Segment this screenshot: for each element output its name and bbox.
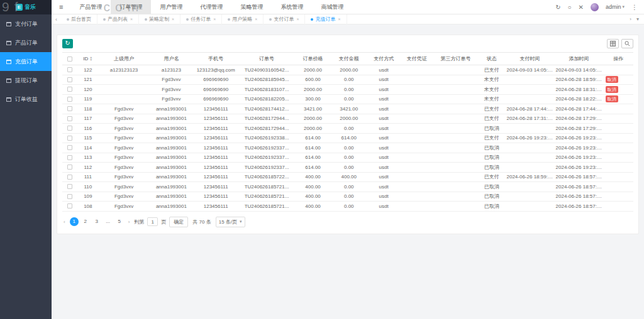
nav-item[interactable]: 代理管理 (191, 0, 231, 14)
cell-proof (400, 133, 433, 143)
row-checkbox[interactable] (67, 145, 72, 150)
nav-item[interactable]: 策略管理 (231, 0, 272, 14)
select-all-checkbox[interactable] (67, 57, 72, 62)
sidebar-item[interactable]: 产品订单 (0, 33, 52, 52)
cancel-order-button[interactable]: 取消 (606, 95, 618, 102)
close-icon[interactable]: × (296, 17, 299, 21)
avatar[interactable] (591, 3, 599, 11)
row-checkbox[interactable] (67, 165, 72, 170)
table-toolbar: ↻ (62, 39, 633, 48)
row-checkbox[interactable] (67, 194, 72, 199)
cell-phone: 123456111 (194, 153, 238, 163)
nav-item[interactable]: 订单管理 (111, 0, 151, 14)
cell-username: anna1993001 (149, 114, 194, 124)
row-checkbox[interactable] (67, 67, 72, 72)
tab-item[interactable]: 策略定制× (139, 14, 180, 24)
row-checkbox[interactable] (67, 106, 72, 111)
table-row: 117Fgd3vxvanna1993001123456111TU24062817… (62, 114, 633, 124)
close-icon[interactable]: × (130, 17, 133, 21)
nav-item[interactable]: 用户管理 (151, 0, 191, 14)
tabs-menu-icon[interactable]: ▾ (636, 16, 639, 22)
tab-item[interactable]: 用户策略× (222, 14, 264, 24)
cell-username: anna1993001 (149, 202, 194, 212)
nav-item[interactable]: 商城管理 (312, 0, 352, 14)
cell-method: usdt (367, 75, 401, 85)
cell-add-time: 2024-06-26 19:23:37 (555, 163, 604, 173)
per-page-select[interactable]: 15 条/页 ▾ (216, 217, 245, 227)
tab-item[interactable]: 后台首页 (61, 14, 97, 24)
cell-status: 未支付 (478, 94, 506, 104)
cell-pay-time: 2024-06-26 19:23:42 (506, 133, 555, 143)
row-checkbox[interactable] (67, 87, 72, 92)
cell-parent: Fgd3vxv (99, 124, 149, 134)
cell-amount: 0.00 (331, 124, 367, 134)
cell-username: anna1993001 (149, 172, 194, 182)
cell-order-no: TU240626192337... (238, 163, 296, 173)
row-checkbox[interactable] (67, 136, 72, 141)
cell-third-no (433, 85, 478, 95)
goto-confirm-button[interactable]: 确定 (169, 217, 188, 227)
cancel-order-button[interactable]: 取消 (606, 86, 618, 93)
page-number-button[interactable]: 2 (81, 217, 90, 226)
chevron-down-icon: ▾ (240, 219, 242, 224)
cell-amount: 614.00 (331, 133, 367, 143)
menu-toggle-icon[interactable]: ≡ (52, 3, 70, 11)
prev-page-icon[interactable]: ‹ (62, 219, 67, 225)
row-checkbox[interactable] (67, 175, 72, 180)
cell-proof (400, 104, 433, 114)
fullscreen-icon[interactable]: ✕ (579, 4, 584, 11)
tab-dot-icon (103, 18, 106, 21)
row-checkbox[interactable] (67, 126, 72, 131)
cell-phone: 123456111 (194, 163, 238, 173)
sort-desc-icon[interactable]: ▼ (89, 59, 92, 62)
close-icon[interactable]: × (213, 17, 216, 21)
cell-third-no (433, 75, 478, 85)
tab-item[interactable]: 支付订单× (264, 14, 305, 24)
close-icon[interactable]: × (172, 17, 174, 21)
goto-page-input[interactable] (147, 217, 158, 226)
tab-label: 任务订单 (191, 16, 211, 23)
tabs-scroll-right-icon[interactable]: › (630, 16, 631, 22)
tab-label: 产品列表 (108, 16, 128, 23)
sort-icons[interactable]: ▲▼ (89, 57, 92, 61)
row-checkbox[interactable] (67, 97, 72, 102)
nav-item[interactable]: 系统管理 (272, 0, 312, 14)
row-checkbox[interactable] (67, 184, 72, 189)
tab-item[interactable]: 产品列表× (97, 14, 139, 24)
row-select-cell (62, 65, 77, 75)
columns-filter-button[interactable] (607, 39, 619, 48)
row-checkbox[interactable] (67, 203, 72, 208)
cancel-order-button[interactable]: 取消 (606, 76, 618, 83)
refresh-icon[interactable]: ↻ (555, 4, 560, 11)
tab-item[interactable]: 任务订单× (180, 14, 222, 24)
table-row: 115Fgd3vxvanna1993001123456111TU24062619… (62, 133, 633, 143)
sidebar-item[interactable]: 提现订单 (0, 71, 52, 90)
close-icon[interactable]: × (338, 17, 340, 21)
page-number-button[interactable]: 3 (92, 217, 101, 226)
tabs-scroll-left-icon[interactable]: ‹ (52, 16, 61, 23)
user-menu[interactable]: admin ▾ (606, 4, 625, 10)
page-number-button[interactable]: 1 (70, 217, 79, 226)
close-icon[interactable]: × (255, 17, 257, 21)
sidebar-item[interactable]: 充值订单 (0, 52, 52, 71)
page-ellipsis: ... (104, 217, 113, 226)
goto-label: 到第 (134, 219, 144, 225)
row-checkbox[interactable] (67, 155, 72, 160)
sidebar-item[interactable]: 支付订单 (0, 14, 52, 33)
order-icon (6, 97, 11, 102)
cell-order-no: TU240626192338... (238, 133, 296, 143)
search-toggle-button[interactable] (621, 39, 633, 48)
tab-item[interactable]: 充值订单× (305, 14, 347, 24)
next-page-icon[interactable]: › (127, 219, 131, 225)
refresh-table-button[interactable]: ↻ (62, 39, 73, 48)
more-icon[interactable]: ⋮ (631, 4, 638, 11)
row-checkbox[interactable] (67, 77, 72, 82)
nav-item[interactable]: 产品管理 (70, 0, 111, 14)
cell-price: 300.00 (295, 94, 330, 104)
page-number-button[interactable]: 5 (115, 217, 124, 226)
cell-status: 已取消 (478, 163, 506, 173)
sidebar-item-label: 支付订单 (15, 20, 38, 28)
circle-icon[interactable]: ○ (568, 4, 572, 11)
row-checkbox[interactable] (67, 116, 72, 121)
sidebar-item[interactable]: 订单收益 (0, 90, 52, 109)
